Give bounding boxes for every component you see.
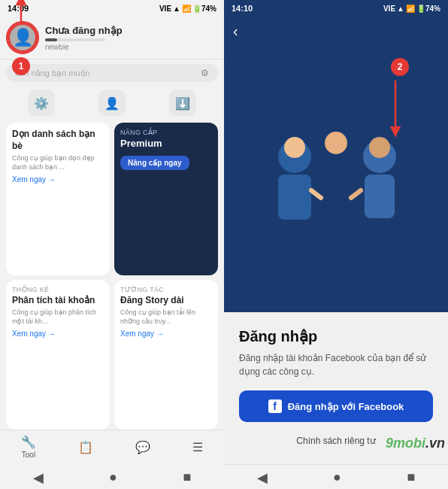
- step-badge-2: 2: [391, 58, 409, 76]
- svg-rect-2: [278, 175, 311, 220]
- nav-tool-label: Tool: [22, 451, 35, 459]
- analytics-desc: Công cụ giúp bạn phân tích một tài kh...: [12, 308, 104, 326]
- watermark: 9mobi.vn: [386, 436, 445, 451]
- arrow-up-indicator: [14, 0, 29, 27]
- settings-icon-btn[interactable]: ⚙️: [28, 90, 55, 117]
- svg-rect-8: [365, 175, 395, 218]
- premium-title: Premium: [120, 138, 212, 150]
- list-icon: 📋: [78, 440, 93, 454]
- bottom-nav-left: 🔧 Tool 📋 💬 ☰: [0, 430, 224, 465]
- phone-right: 14:10 VIE ▲ 📶 🔋74% ‹: [224, 0, 448, 489]
- back-btn-right[interactable]: ◀: [257, 469, 268, 486]
- card-clean-title: Dọn danh sách bạn bè: [12, 129, 104, 152]
- fb-login-label: Đăng nhập với Facebook: [288, 401, 404, 412]
- progress-bar: [45, 38, 105, 41]
- menu-icon: ☰: [192, 440, 203, 454]
- header-username: Chưa đăng nhập: [45, 25, 216, 36]
- svg-point-6: [325, 132, 347, 154]
- watermark-text: 9mobi: [386, 436, 425, 451]
- card-story-long[interactable]: TƯƠNG TÁC Đăng Story dài Công cụ giúp bạ…: [114, 280, 218, 430]
- android-nav-right: ◀ ● ■: [224, 464, 448, 489]
- watermark-suffix: .vn: [425, 436, 445, 451]
- facebook-icon: f: [268, 399, 282, 413]
- android-nav-left: ◀ ● ■: [0, 465, 224, 489]
- home-btn-right[interactable]: ●: [333, 469, 341, 486]
- recents-btn-right[interactable]: ■: [407, 469, 415, 486]
- chat-icon: 💬: [135, 440, 150, 454]
- progress-fill: [45, 38, 57, 41]
- quick-icons-row: ⚙️ 👤 ⬇️: [0, 87, 224, 120]
- card-clean-link[interactable]: Xem ngay →: [12, 175, 104, 184]
- status-bar-left: 14:09 VIE ▲ 📶 🔋74%: [0, 0, 224, 17]
- filter-icon[interactable]: ⚙: [201, 68, 209, 78]
- analytics-title: Phân tích tài khoản: [12, 295, 104, 307]
- status-icons-left: VIE ▲ 📶 🔋74%: [159, 5, 216, 13]
- nav-chat[interactable]: 💬: [135, 440, 150, 454]
- premium-label: NÂNG CẤP: [120, 129, 212, 136]
- upgrade-button[interactable]: Nâng cấp ngay: [120, 156, 189, 170]
- nav-tool[interactable]: 🔧 Tool: [21, 435, 36, 459]
- back-header: ‹: [224, 17, 448, 46]
- card-clean-desc: Công cụ giúp bạn dọn dẹp danh sách bạn .…: [12, 154, 104, 172]
- back-button[interactable]: ‹: [233, 23, 238, 40]
- story-long-label: TƯƠNG TÁC: [120, 286, 212, 293]
- login-title: Đăng nhập: [239, 327, 433, 345]
- tool-icon: 🔧: [21, 435, 36, 449]
- card-analytics[interactable]: THỐNG KÊ Phân tích tài khoản Công cụ giú…: [6, 280, 110, 430]
- home-btn-left[interactable]: ●: [109, 469, 117, 486]
- time-right: 14:10: [232, 4, 253, 13]
- search-bar[interactable]: tính năng bạn muốn ⚙: [6, 64, 218, 82]
- user-tag: newbie: [45, 43, 216, 51]
- story-long-desc: Công cụ giúp bạn tải lên những câu truy.…: [120, 308, 212, 326]
- nav-list[interactable]: 📋: [78, 440, 93, 454]
- back-btn-left[interactable]: ◀: [33, 469, 44, 486]
- step-badge-1: 1: [12, 57, 30, 75]
- story-long-link[interactable]: Xem ngay →: [120, 330, 212, 338]
- cards-grid: Dọn danh sách bạn bè Công cụ giúp bạn dọ…: [0, 123, 224, 430]
- avatar-outline: [8, 23, 38, 53]
- svg-rect-5: [318, 172, 354, 221]
- facebook-login-button[interactable]: f Đăng nhập với Facebook: [239, 390, 433, 422]
- status-icons-right: VIE ▲ 📶 🔋74%: [383, 5, 440, 13]
- download-icon-btn[interactable]: ⬇️: [169, 90, 196, 117]
- header-text: Chưa đăng nhập newbie: [45, 25, 216, 51]
- app-container: 14:09 VIE ▲ 📶 🔋74% 👤: [0, 0, 448, 489]
- analytics-label: THỐNG KÊ: [12, 286, 104, 293]
- header-left: 👤 1 C: [0, 17, 224, 59]
- story-long-title: Đăng Story dài: [120, 295, 212, 307]
- nav-menu[interactable]: ☰: [192, 440, 203, 454]
- status-bar-right: 14:10 VIE ▲ 📶 🔋74%: [224, 0, 448, 17]
- recents-btn-left[interactable]: ■: [183, 469, 191, 486]
- card-clean-friends[interactable]: Dọn danh sách bạn bè Công cụ giúp bạn dọ…: [6, 123, 110, 275]
- analytics-link[interactable]: Xem ngay →: [12, 330, 104, 338]
- svg-point-3: [284, 137, 305, 158]
- login-desc: Đăng nhập tài khoản Facebook của bạn để …: [239, 351, 433, 378]
- friends-icon-btn[interactable]: 👤: [98, 90, 126, 117]
- illustration-area: 2: [224, 46, 448, 312]
- arrow-down-indicator: [386, 77, 404, 141]
- phone-left: 14:09 VIE ▲ 📶 🔋74% 👤: [0, 0, 224, 489]
- card-premium[interactable]: NÂNG CẤP Premium Nâng cấp ngay: [114, 123, 218, 275]
